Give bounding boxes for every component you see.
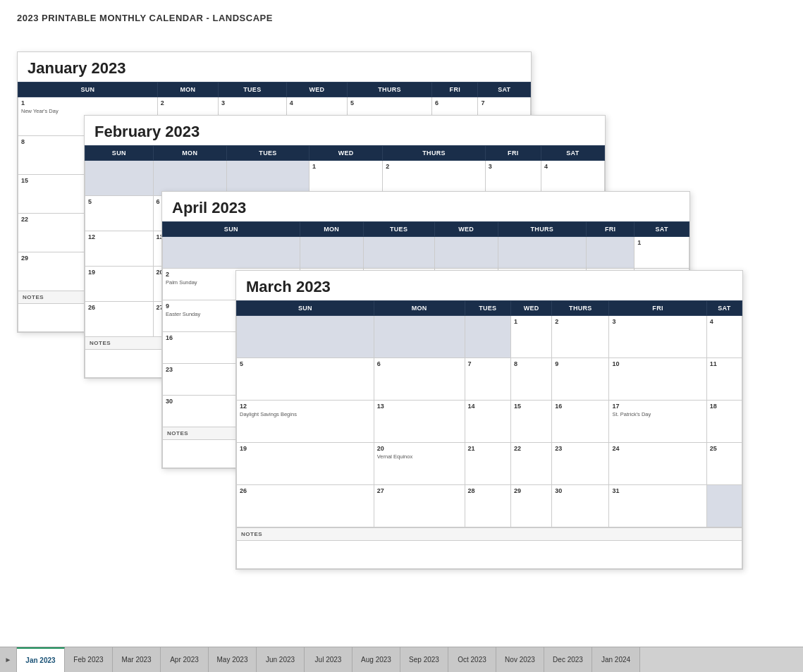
table-row: 262728293031 xyxy=(237,485,742,527)
table-cell: 6 xyxy=(374,358,465,401)
table-cell: 8 xyxy=(510,358,551,401)
table-cell: 27 xyxy=(374,485,465,527)
day-number: 30 xyxy=(555,487,606,494)
day-number: 8 xyxy=(514,360,548,367)
table-cell: 3 xyxy=(609,316,706,358)
tab-oct-2023[interactable]: Oct 2023 xyxy=(448,647,496,672)
day-number: 22 xyxy=(514,445,548,452)
feb-header-sun: SUN xyxy=(85,146,154,161)
day-number: 12 xyxy=(240,403,371,410)
mar-header-tues: TUES xyxy=(465,301,510,316)
feb-header-fri: FRI xyxy=(485,146,541,161)
table-cell: 11 xyxy=(706,358,742,401)
jan-header-fri: FRI xyxy=(432,83,478,97)
day-number: 17 xyxy=(612,403,703,410)
mar-header-thurs: THURS xyxy=(552,301,609,316)
table-cell xyxy=(237,316,374,358)
table-cell xyxy=(163,237,300,269)
day-number: 26 xyxy=(240,487,371,494)
day-number: 18 xyxy=(710,403,739,410)
march-notes-body[interactable] xyxy=(237,541,742,569)
day-number: 26 xyxy=(88,304,150,311)
table-cell: 3 xyxy=(485,161,541,196)
table-cell: 13 xyxy=(374,401,465,443)
tab-may-2023[interactable]: May 2023 xyxy=(209,647,257,672)
tab-mar-2023[interactable]: Mar 2023 xyxy=(113,647,161,672)
table-cell xyxy=(498,237,586,269)
day-number: 12 xyxy=(88,233,150,240)
table-cell: 19 xyxy=(85,267,154,302)
day-number: 1 xyxy=(637,239,686,246)
day-number: 19 xyxy=(240,445,371,452)
table-cell: 4 xyxy=(541,161,604,196)
table-cell xyxy=(706,485,742,527)
day-number: 13 xyxy=(377,403,462,410)
march-table: SUN MON TUES WED THURS FRI SAT 123456789… xyxy=(236,300,742,527)
table-cell xyxy=(153,161,226,196)
tab-jul-2023[interactable]: Jul 2023 xyxy=(305,647,353,672)
table-cell: 20Vernal Equinox xyxy=(374,443,465,485)
mar-header-mon: MON xyxy=(374,301,465,316)
day-number: 2 xyxy=(161,99,215,106)
day-number: 2 xyxy=(386,163,482,170)
day-number: 15 xyxy=(514,403,548,410)
jan-header-tues: TUES xyxy=(218,83,286,97)
day-number: 6 xyxy=(435,99,474,106)
table-cell xyxy=(300,237,363,269)
table-cell xyxy=(465,316,510,358)
table-cell: 2 xyxy=(383,161,485,196)
tab-jun-2023[interactable]: Jun 2023 xyxy=(257,647,305,672)
table-cell: 5 xyxy=(85,196,154,231)
march-title: March 2023 xyxy=(236,271,742,300)
jan-header-sat: SAT xyxy=(478,83,531,97)
feb-header-thurs: THURS xyxy=(383,146,485,161)
feb-header-wed: WED xyxy=(309,146,383,161)
tab-nov-2023[interactable]: Nov 2023 xyxy=(496,647,544,672)
tab-aug-2023[interactable]: Aug 2023 xyxy=(353,647,400,672)
tabs-container: Jan 2023Feb 2023Mar 2023Apr 2023May 2023… xyxy=(17,647,640,672)
march-notes-label: NOTES xyxy=(237,528,742,541)
table-row: 12Daylight Savings Begins1314151617St. P… xyxy=(237,401,742,443)
day-number: 4 xyxy=(710,318,739,325)
mar-header-sat: SAT xyxy=(706,301,742,316)
table-cell: 12Daylight Savings Begins xyxy=(237,401,374,443)
table-cell: 1 xyxy=(309,161,383,196)
day-number: 1 xyxy=(21,99,154,106)
day-number: 7 xyxy=(468,360,508,367)
day-number: 11 xyxy=(710,360,739,367)
table-cell: 24 xyxy=(609,443,706,485)
day-number: 31 xyxy=(612,487,703,494)
day-number: 27 xyxy=(377,487,462,494)
march-notes-table: NOTES xyxy=(236,527,742,569)
table-cell: 19 xyxy=(237,443,374,485)
feb-header-tues: TUES xyxy=(226,146,309,161)
tab-dec-2023[interactable]: Dec 2023 xyxy=(544,647,592,672)
tab-feb-2023[interactable]: Feb 2023 xyxy=(65,647,113,672)
day-number: 16 xyxy=(555,403,606,410)
tab-jan-2024[interactable]: Jan 2024 xyxy=(592,647,640,672)
tab-apr-2023[interactable]: Apr 2023 xyxy=(161,647,209,672)
day-number: 21 xyxy=(468,445,508,452)
tab-jan-2023[interactable]: Jan 2023 xyxy=(17,647,65,672)
jan-header-thurs: THURS xyxy=(347,83,431,97)
day-number: 20 xyxy=(377,445,462,452)
holiday-label: Daylight Savings Begins xyxy=(240,411,371,417)
apr-header-wed: WED xyxy=(434,222,498,237)
table-cell: 14 xyxy=(465,401,510,443)
tab-scroll-left[interactable]: ► xyxy=(0,647,17,672)
apr-header-thurs: THURS xyxy=(498,222,586,237)
jan-header-wed: WED xyxy=(286,83,347,97)
apr-header-mon: MON xyxy=(300,222,363,237)
apr-header-tues: TUES xyxy=(363,222,434,237)
table-cell: 26 xyxy=(85,302,154,337)
table-row: 567891011 xyxy=(237,358,742,401)
table-cell: 23 xyxy=(552,443,609,485)
feb-header-mon: MON xyxy=(153,146,226,161)
day-number: 5 xyxy=(88,198,150,205)
day-number: 3 xyxy=(221,99,283,106)
table-cell: 16 xyxy=(552,401,609,443)
day-number: 14 xyxy=(468,403,508,410)
day-number: 4 xyxy=(544,163,601,170)
tab-sep-2023[interactable]: Sep 2023 xyxy=(400,647,448,672)
january-title: January 2023 xyxy=(18,52,531,82)
